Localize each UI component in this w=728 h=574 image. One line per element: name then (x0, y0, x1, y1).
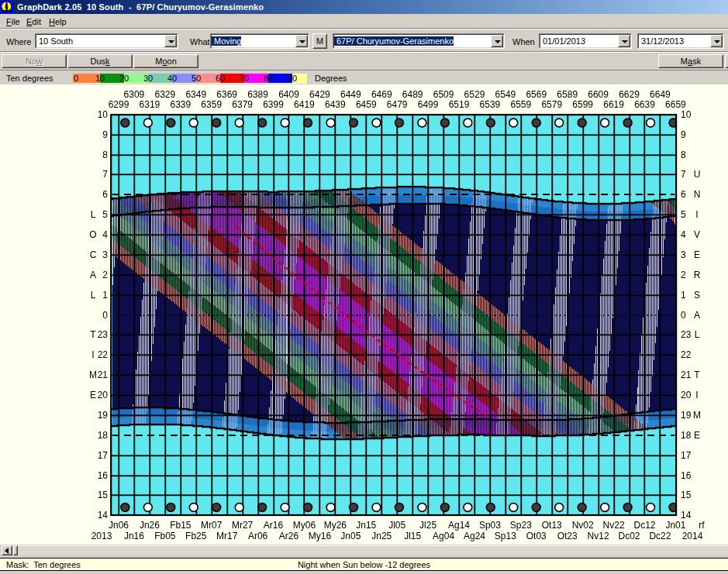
legend-tick-60: 60 (216, 74, 225, 84)
status-bar: Mask: Ten degrees Night when Sun below -… (0, 556, 728, 574)
scrollbar-track[interactable] (18, 545, 728, 555)
status-night-text: Night when Sun below -12 degrees (0, 560, 728, 569)
graphdark-app-icon (1, 1, 13, 13)
legend-tick-50: 50 (191, 74, 201, 84)
date-to-value: 31/12/2013 (639, 36, 684, 46)
what-value: Moving (212, 36, 241, 46)
menu-help[interactable]: Help (47, 16, 68, 27)
toolbar-commands: Now Dusk Moon Mask (0, 51, 728, 70)
menu-edit[interactable]: Edit (25, 16, 43, 27)
dropdown-arrow-icon (714, 40, 720, 43)
legend-tick-90: 90 (288, 74, 297, 84)
horizontal-scrollbar[interactable] (0, 545, 728, 556)
menu-bar: File Edit Help (0, 14, 728, 29)
legend-tick-80: 80 (264, 74, 273, 84)
what-label: What (190, 37, 210, 46)
toolbar-selectors: Where 10 South What Moving M 67P/ Churyu… (0, 29, 728, 51)
legend-colorbar: 0102030405060708090 (73, 74, 307, 84)
now-button[interactable]: Now (2, 54, 67, 68)
what-dropdown-button[interactable] (295, 35, 308, 47)
legend-tick-0: 0 (74, 74, 78, 84)
legend-strip: Ten degrees 0102030405060708090 Degrees (0, 70, 728, 85)
what-combobox[interactable]: Moving (210, 33, 309, 49)
moon-button[interactable]: Moon (133, 54, 198, 68)
title-bar[interactable]: GraphDark 2.05 10 South - 67P/ Churyumov… (0, 0, 728, 14)
graphdark-window: GraphDark 2.05 10 South - 67P/ Churyumov… (0, 0, 728, 574)
menu-file[interactable]: File (5, 16, 22, 27)
visibility-chart-canvas[interactable] (0, 85, 728, 545)
window-title: GraphDark 2.05 10 South - 67P/ Churyumov… (17, 2, 264, 12)
legend-tick-20: 20 (119, 74, 129, 84)
legend-tick-30: 30 (143, 74, 153, 84)
mask-button[interactable]: Mask (658, 54, 723, 68)
when-label: When (512, 37, 535, 46)
object-dropdown-button[interactable] (491, 35, 503, 47)
date-to-combobox[interactable]: 31/12/2013 (637, 33, 724, 49)
dropdown-arrow-icon (299, 40, 305, 43)
m-button[interactable]: M (312, 33, 327, 49)
legend-tick-40: 40 (167, 74, 177, 84)
date-from-combobox[interactable]: 01/01/2013 (539, 33, 632, 49)
date-from-dropdown-button[interactable] (618, 35, 630, 47)
dusk-button[interactable]: Dusk (67, 54, 133, 68)
object-value: 67P/ Churyumov-Gerasimenko (334, 36, 454, 46)
where-label: Where (6, 37, 31, 46)
legend-tick-70: 70 (240, 74, 249, 84)
left-arrow-icon (5, 548, 9, 554)
date-from-value: 01/01/2013 (540, 36, 585, 46)
legend-label: Ten degrees (6, 74, 53, 83)
legend-unit: Degrees (315, 74, 347, 83)
where-value: 10 South (36, 36, 73, 46)
where-dropdown-button[interactable] (164, 35, 177, 47)
dropdown-arrow-icon (622, 40, 628, 43)
legend-tick-10: 10 (95, 74, 105, 84)
dropdown-arrow-icon (495, 40, 501, 43)
dropdown-arrow-icon (168, 40, 174, 43)
scrollbar-left-arrow[interactable] (2, 545, 12, 555)
where-combobox[interactable]: 10 South (35, 33, 178, 49)
date-to-dropdown-button[interactable] (710, 35, 723, 47)
chart-area (0, 85, 728, 545)
object-combobox[interactable]: 67P/ Churyumov-Gerasimenko (333, 33, 505, 49)
cropped-button[interactable] (725, 54, 728, 68)
